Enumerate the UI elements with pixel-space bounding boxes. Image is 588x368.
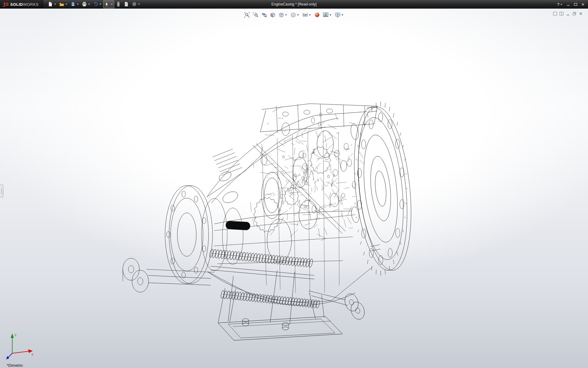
grip-dot	[1, 193, 2, 194]
zoom-fit-icon	[244, 12, 250, 18]
zoom-area-icon	[253, 12, 258, 18]
print-button[interactable]	[81, 0, 92, 8]
maximize-button[interactable]	[574, 2, 578, 6]
view-orientation-icon	[278, 12, 284, 18]
zoom-area-button[interactable]	[252, 10, 259, 19]
save-icon	[70, 1, 76, 7]
open-folder-button[interactable]	[58, 0, 69, 8]
save-dropdown-caret[interactable]	[77, 4, 79, 5]
select-cursor-icon	[104, 1, 110, 7]
orientation-triad: Y x	[2, 324, 39, 361]
doc-minimize-button[interactable]	[566, 11, 570, 16]
undo-button[interactable]	[92, 0, 103, 8]
new-document-icon	[47, 1, 53, 7]
display-style-icon	[290, 12, 296, 18]
apply-scene-icon	[323, 12, 329, 18]
new-document-dropdown-caret[interactable]	[54, 4, 56, 5]
triad-y-label: Y	[14, 333, 17, 337]
brand-works: WORKS	[23, 2, 39, 7]
previous-view-button[interactable]	[260, 10, 268, 19]
select-cursor-button[interactable]	[103, 0, 114, 8]
section-view-button[interactable]	[269, 10, 277, 19]
brand-solid: SOLID	[10, 2, 23, 7]
undo-dropdown-caret[interactable]	[100, 4, 101, 5]
print-icon	[81, 1, 87, 7]
view-orientation-label: *Dimetric	[7, 363, 23, 368]
view-orientation-dropdown-caret[interactable]	[285, 14, 287, 16]
rebuild-button[interactable]	[115, 0, 122, 8]
brand-name: SOLIDWORKS	[10, 2, 39, 7]
apply-scene-dropdown-caret[interactable]	[330, 14, 331, 16]
view-orientation-button[interactable]	[277, 10, 288, 19]
hide-show-items-icon	[302, 12, 308, 18]
task-pane-collapsed-tab[interactable]	[0, 185, 3, 197]
view-settings-icon	[335, 12, 341, 18]
help-button[interactable]: ?	[557, 2, 563, 7]
rebuild-icon	[115, 1, 121, 7]
save-button[interactable]	[69, 0, 80, 8]
view-settings-button[interactable]	[334, 10, 345, 19]
pane-split-button[interactable]	[559, 11, 564, 16]
titlebar: ƷS SOLIDWORKS EngineCasing * [Read-only]…	[0, 0, 588, 9]
edit-appearance-icon	[314, 12, 320, 18]
apply-scene-button[interactable]	[322, 10, 333, 19]
undo-icon	[93, 1, 99, 7]
options-button[interactable]	[130, 0, 141, 8]
display-style-dropdown-caret[interactable]	[297, 14, 299, 16]
open-folder-dropdown-caret[interactable]	[66, 4, 67, 5]
document-window-controls	[553, 11, 583, 16]
grip-dot	[1, 191, 2, 192]
engine-casing-wireframe-model[interactable]	[0, 0, 588, 368]
pane-single-button[interactable]	[553, 11, 557, 16]
minimize-button[interactable]	[566, 2, 570, 6]
close-button[interactable]	[581, 2, 585, 6]
file-properties-icon	[123, 1, 129, 7]
triad-x-label: x	[32, 352, 33, 356]
window-controls: ?	[557, 0, 585, 9]
open-folder-icon	[59, 1, 65, 7]
new-document-button[interactable]	[47, 0, 58, 8]
solidworks-window: ƷS SOLIDWORKS EngineCasing * [Read-only]…	[0, 0, 588, 368]
quick-access-toolbar	[43, 0, 141, 8]
select-cursor-dropdown-caret[interactable]	[111, 4, 113, 5]
edit-appearance-button[interactable]	[313, 10, 321, 19]
previous-view-icon	[261, 12, 267, 18]
display-style-button[interactable]	[289, 10, 300, 19]
options-dropdown-caret[interactable]	[138, 4, 140, 5]
hide-show-items-button[interactable]	[301, 10, 312, 19]
help-dropdown-caret[interactable]	[560, 4, 562, 5]
doc-close-button[interactable]	[579, 11, 583, 16]
triad-y-arrow	[11, 333, 14, 338]
dassault-3ds-logo-icon: ƷS	[3, 2, 9, 7]
zoom-fit-button[interactable]	[243, 10, 251, 19]
doc-restore-button[interactable]	[572, 11, 577, 16]
view-settings-dropdown-caret[interactable]	[341, 14, 343, 16]
options-icon	[131, 1, 137, 7]
heads-up-view-toolbar	[243, 10, 345, 19]
help-icon: ?	[557, 2, 560, 7]
file-properties-button[interactable]	[123, 0, 130, 8]
grip-dot	[1, 189, 2, 190]
solidworks-logo: ƷS SOLIDWORKS	[0, 0, 43, 8]
print-dropdown-caret[interactable]	[88, 4, 90, 5]
hide-show-items-dropdown-caret[interactable]	[309, 14, 311, 16]
section-view-icon	[270, 12, 276, 18]
